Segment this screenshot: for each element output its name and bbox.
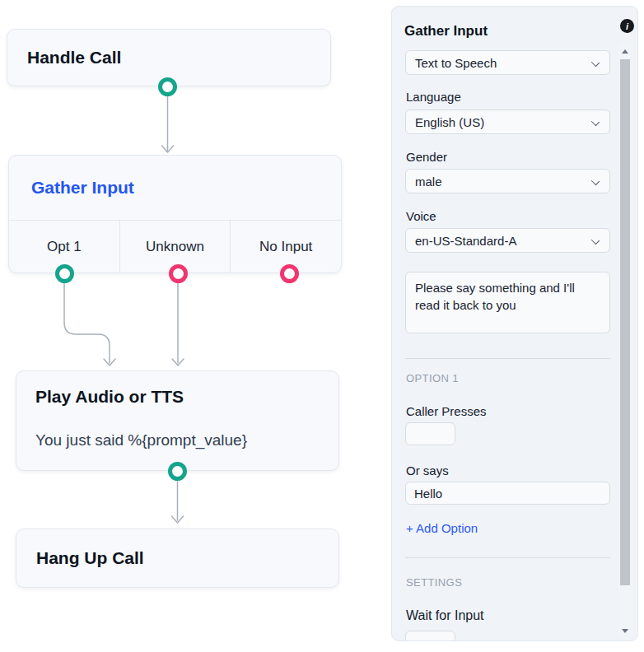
- arrowhead-icon: [172, 359, 184, 366]
- arrowhead-icon: [162, 146, 174, 152]
- wait-for-input-label: Wait for Input: [406, 608, 484, 623]
- node-header: Gather Input: [9, 156, 341, 220]
- chevron-up-icon: [622, 49, 628, 54]
- or-says-input[interactable]: [405, 482, 610, 505]
- scroll-down-button[interactable]: [619, 623, 631, 638]
- divider: [405, 358, 610, 359]
- node-gather-input[interactable]: Gather Input Opt 1 Unknown No Input: [8, 155, 342, 273]
- select-value: male: [415, 175, 442, 189]
- panel-scrollbar[interactable]: [619, 44, 631, 638]
- node-title: Gather Input: [31, 178, 134, 198]
- node-title: Hang Up Call: [36, 548, 144, 568]
- divider: [405, 557, 610, 558]
- settings-heading: SETTINGS: [406, 576, 462, 589]
- caller-presses-input[interactable]: [405, 422, 455, 445]
- port-label: No Input: [259, 239, 312, 255]
- port-no-input-out[interactable]: [280, 264, 299, 283]
- voice-select[interactable]: en-US-Standard-A: [405, 228, 610, 253]
- arrowhead-icon: [104, 359, 115, 366]
- scroll-up-button[interactable]: [619, 44, 631, 58]
- option1-heading: OPTION 1: [406, 372, 459, 384]
- node-title: Handle Call: [27, 48, 121, 68]
- port-label: Opt 1: [47, 239, 82, 255]
- caller-presses-label: Caller Presses: [406, 404, 487, 419]
- node-subtitle: You just said %{prompt_value}: [35, 429, 320, 452]
- properties-panel: Gather Input i Text to Speech Language E…: [391, 6, 638, 641]
- info-icon[interactable]: i: [620, 19, 634, 33]
- chevron-down-icon: [591, 177, 600, 185]
- connector-opt1-to-play: [64, 283, 110, 364]
- chevron-down-icon: [622, 629, 628, 633]
- app-window: Handle Call Gather Input Opt 1 Unknown N…: [0, 0, 644, 652]
- tts-mode-select[interactable]: Text to Speech: [405, 50, 610, 75]
- port-label: Unknown: [146, 239, 204, 255]
- port-unknown-out[interactable]: [169, 264, 188, 283]
- port-opt1-out[interactable]: [55, 264, 74, 283]
- gender-select[interactable]: male: [405, 169, 610, 193]
- chevron-down-icon: [591, 58, 600, 67]
- scrollbar-thumb[interactable]: [620, 59, 630, 585]
- or-says-label: Or says: [406, 463, 449, 478]
- node-title: Play Audio or TTS: [35, 384, 320, 409]
- select-value: en-US-Standard-A: [415, 234, 516, 248]
- wait-for-input-input[interactable]: [405, 631, 455, 641]
- language-select[interactable]: English (US): [405, 109, 610, 134]
- panel-title: Gather Input: [404, 23, 488, 40]
- arrowhead-icon: [172, 516, 184, 523]
- select-value: Text to Speech: [415, 56, 497, 70]
- prompt-textarea[interactable]: Please say something and I'll read it ba…: [405, 272, 610, 333]
- node-hang-up[interactable]: Hang Up Call: [16, 529, 339, 588]
- node-play-audio[interactable]: Play Audio or TTS You just said %{prompt…: [16, 370, 339, 471]
- chevron-down-icon: [591, 236, 600, 244]
- gender-label: Gender: [406, 150, 447, 165]
- port-handle-call-out[interactable]: [158, 77, 177, 96]
- select-value: English (US): [415, 115, 484, 129]
- voice-label: Voice: [406, 209, 436, 224]
- port-play-audio-out[interactable]: [168, 462, 187, 481]
- language-label: Language: [406, 90, 461, 105]
- add-option-link[interactable]: + Add Option: [406, 521, 478, 535]
- chevron-down-icon: [591, 118, 600, 126]
